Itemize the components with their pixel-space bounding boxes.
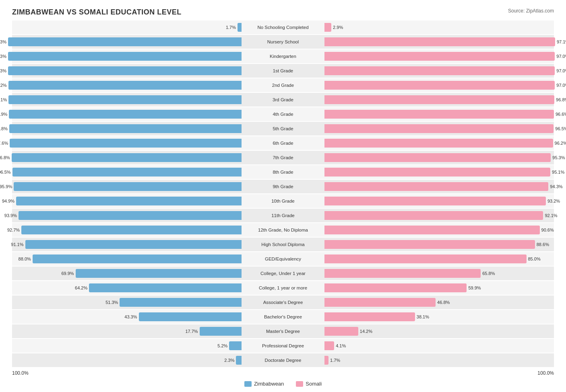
right-section: 96.5%: [324, 122, 554, 135]
right-section: 85.0%: [324, 252, 554, 266]
zimbabwean-value: 98.3%: [0, 68, 6, 73]
bar-row: 92.7%12th Grade, No Diploma90.6%: [12, 223, 554, 237]
bar-label: Professional Degree: [242, 343, 324, 348]
somali-bar: [324, 283, 467, 292]
bar-row: 91.1%High School Diploma88.6%: [12, 238, 554, 251]
bar-row: 43.3%Bachelor's Degree38.1%: [12, 310, 554, 324]
zimbabwean-bar: [9, 124, 242, 133]
zimbabwean-bar: [238, 23, 242, 32]
right-section: 90.6%: [324, 223, 554, 237]
right-section: 59.9%: [324, 281, 554, 295]
axis-right: 100.0%: [323, 370, 554, 376]
right-section: 96.6%: [324, 107, 554, 121]
somali-value: 4.1%: [336, 343, 346, 348]
zimbabwean-value: 97.6%: [0, 141, 8, 146]
left-section: 17.7%: [12, 324, 242, 338]
left-section: 97.8%: [12, 122, 242, 135]
chart-container: ZIMBABWEAN VS SOMALI EDUCATION LEVEL Sou…: [0, 0, 566, 392]
bar-label: 4th Grade: [242, 112, 324, 117]
somali-value: 59.9%: [468, 285, 481, 290]
bar-row: 96.8%7th Grade95.3%: [12, 151, 554, 164]
bar-row: 94.9%10th Grade93.2%: [12, 194, 554, 208]
bar-row: 64.2%College, 1 year or more59.9%: [12, 281, 554, 295]
somali-value: 96.8%: [556, 97, 566, 102]
somali-bar: [324, 153, 551, 162]
bar-label: 9th Grade: [242, 184, 324, 189]
left-section: 64.2%: [12, 281, 242, 295]
left-section: 51.3%: [12, 296, 242, 309]
axis-right-label: 100.0%: [537, 370, 554, 376]
zimbabwean-value: 97.8%: [0, 126, 8, 131]
zimbabwean-bar: [229, 341, 242, 350]
bar-row: 98.3%Nursery School97.1%: [12, 35, 554, 49]
bar-label: 5th Grade: [242, 126, 324, 131]
right-section: 2.9%: [324, 21, 554, 34]
zimbabwean-bar: [76, 269, 242, 278]
legend-zimbabwean: Zimbabwean: [244, 381, 284, 387]
somali-bar: [324, 240, 535, 249]
somali-value: 96.2%: [555, 141, 566, 146]
somali-value: 97.0%: [556, 83, 566, 88]
bar-row: 98.1%3rd Grade96.8%: [12, 93, 554, 107]
right-section: 1.7%: [324, 353, 554, 367]
bar-row: 98.3%1st Grade97.0%: [12, 64, 554, 78]
left-section: 98.3%: [12, 64, 242, 78]
bar-label: 7th Grade: [242, 155, 324, 160]
bar-row: 98.3%Kindergarten97.0%: [12, 49, 554, 63]
zimbabwean-value: 69.9%: [61, 271, 74, 276]
zimbabwean-value: 93.9%: [4, 213, 17, 218]
left-section: 69.9%: [12, 267, 242, 280]
somali-bar: [324, 139, 553, 148]
right-section: 92.1%: [324, 209, 554, 222]
zimbabwean-value: 96.5%: [0, 170, 11, 174]
somali-value: 85.0%: [528, 257, 541, 261]
source-label: Source: ZipAtlas.com: [508, 8, 554, 14]
bar-row: 97.6%6th Grade96.2%: [12, 136, 554, 150]
bar-row: 93.9%11th Grade92.1%: [12, 209, 554, 222]
zimbabwean-bar: [8, 81, 242, 90]
bar-label: 10th Grade: [242, 199, 324, 203]
somali-value: 46.8%: [437, 300, 450, 305]
zimbabwean-value: 91.1%: [11, 242, 23, 247]
zimbabwean-bar: [8, 37, 242, 46]
legend-somali-label: Somali: [306, 381, 322, 387]
zimbabwean-bar: [236, 356, 242, 365]
somali-value: 94.3%: [550, 184, 562, 189]
zimbabwean-bar: [33, 254, 242, 263]
right-section: 95.3%: [324, 151, 554, 164]
zimbabwean-bar: [200, 327, 242, 336]
left-section: 97.6%: [12, 136, 242, 150]
somali-bar: [324, 52, 555, 61]
zimbabwean-bar: [8, 52, 242, 61]
somali-value: 97.1%: [557, 39, 566, 44]
left-section: 5.2%: [12, 339, 242, 353]
bar-row: 51.3%Associate's Degree46.8%: [12, 296, 554, 309]
axis-left-label: 100.0%: [12, 370, 29, 376]
somali-value: 1.7%: [330, 358, 340, 363]
zimbabwean-value: 95.9%: [0, 184, 12, 189]
somali-bar: [324, 197, 546, 205]
legend-zimbabwean-label: Zimbabwean: [254, 381, 284, 387]
zimbabwean-value: 94.9%: [2, 199, 14, 203]
zimbabwean-bar: [12, 153, 242, 162]
somali-bar: [324, 182, 548, 191]
zimbabwean-value: 51.3%: [105, 300, 118, 305]
somali-value: 90.6%: [541, 228, 554, 232]
right-section: 96.8%: [324, 93, 554, 107]
zimbabwean-bar: [16, 197, 242, 205]
zimbabwean-value: 64.2%: [75, 285, 87, 290]
somali-bar: [324, 23, 331, 32]
bar-label: 2nd Grade: [242, 83, 324, 88]
zimbabwean-value: 5.2%: [217, 343, 227, 348]
bar-label: Kindergarten: [242, 54, 324, 59]
bar-label: 3rd Grade: [242, 97, 324, 102]
bar-row: 98.2%2nd Grade97.0%: [12, 78, 554, 92]
left-section: 98.3%: [12, 49, 242, 63]
left-section: 43.3%: [12, 310, 242, 324]
bar-label: 6th Grade: [242, 141, 324, 146]
bar-label: High School Diploma: [242, 242, 324, 247]
right-section: 88.6%: [324, 238, 554, 251]
somali-value: 96.6%: [556, 112, 566, 117]
zimbabwean-bar: [8, 95, 242, 104]
bar-label: 12th Grade, No Diploma: [242, 228, 324, 232]
